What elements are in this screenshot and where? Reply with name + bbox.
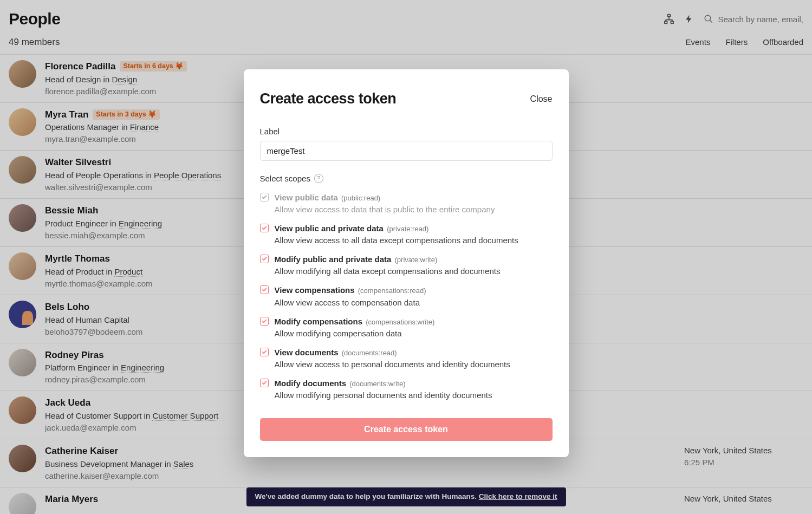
create-access-token-modal: Create access token Close Label Select s… bbox=[244, 69, 569, 457]
scope-row: Modify compensations (compensations:writ… bbox=[260, 316, 553, 339]
scope-checkbox[interactable] bbox=[260, 379, 269, 387]
scope-slug: (compensations:read) bbox=[358, 287, 426, 295]
scope-checkbox[interactable] bbox=[260, 255, 269, 263]
scope-title: Modify documents bbox=[275, 379, 347, 388]
help-icon[interactable]: ? bbox=[314, 174, 323, 183]
scope-checkbox[interactable] bbox=[260, 224, 269, 232]
scope-description: Allow view access to compensation data bbox=[275, 297, 426, 308]
scope-slug: (documents:read) bbox=[342, 349, 397, 357]
scope-title: Modify public and private data bbox=[275, 255, 392, 264]
scope-description: Allow view access to all data except com… bbox=[275, 235, 518, 246]
scopes-label: Select scopes bbox=[260, 173, 310, 184]
create-access-token-button[interactable]: Create access token bbox=[260, 418, 553, 441]
scope-checkbox bbox=[260, 193, 269, 201]
scope-checkbox[interactable] bbox=[260, 317, 269, 326]
scope-slug: (compensations:write) bbox=[366, 318, 434, 326]
scope-slug: (private:read) bbox=[387, 225, 428, 233]
scope-row: View public and private data (private:re… bbox=[260, 223, 553, 246]
scope-slug: (public:read) bbox=[341, 194, 380, 202]
label-input[interactable] bbox=[260, 141, 553, 161]
scope-row: Modify documents (documents:write)Allow … bbox=[260, 378, 553, 401]
scope-description: Allow view access to data that is public… bbox=[275, 204, 495, 215]
modal-title: Create access token bbox=[260, 89, 397, 109]
scope-description: Allow modifying all data except compensa… bbox=[275, 265, 501, 277]
scope-description: Allow modifying personal documents and i… bbox=[275, 389, 492, 401]
close-button[interactable]: Close bbox=[530, 93, 553, 105]
scope-row: View public data (public:read)Allow view… bbox=[260, 192, 553, 215]
scope-description: Allow modifying compensation data bbox=[275, 328, 435, 339]
scope-slug: (documents:write) bbox=[349, 380, 405, 388]
scope-title: View public and private data bbox=[275, 224, 384, 233]
scope-row: View compensations (compensations:read)A… bbox=[260, 284, 553, 308]
scope-slug: (private:write) bbox=[395, 256, 438, 264]
scope-title: View documents bbox=[275, 348, 339, 357]
scope-title: View public data bbox=[275, 193, 338, 202]
scope-checkbox[interactable] bbox=[260, 348, 269, 356]
scope-title: View compensations bbox=[275, 285, 355, 295]
scope-checkbox[interactable] bbox=[260, 285, 269, 294]
scope-title: Modify compensations bbox=[275, 317, 363, 326]
scope-row: View documents (documents:read)Allow vie… bbox=[260, 347, 553, 370]
scope-description: Allow view access to personal documents … bbox=[275, 359, 510, 370]
label-field-label: Label bbox=[260, 126, 553, 137]
scope-row: Modify public and private data (private:… bbox=[260, 253, 553, 277]
